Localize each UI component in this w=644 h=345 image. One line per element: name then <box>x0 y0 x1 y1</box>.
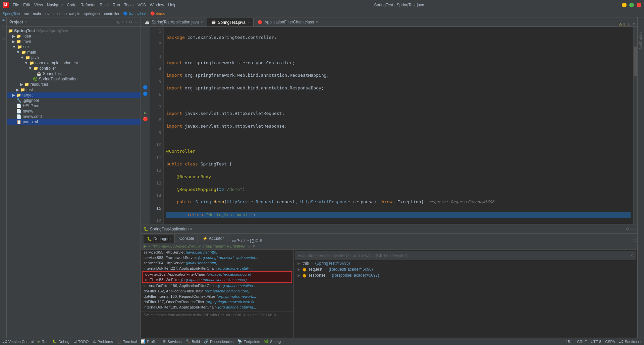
editor-scrollbar[interactable] <box>633 27 637 224</box>
tree-main[interactable]: ▼ 📁 main <box>7 50 141 55</box>
collapse-icon[interactable]: ≡ <box>122 20 124 24</box>
var-request[interactable]: ▶ ⬤ request = {RequestFacade@5696} <box>295 266 636 272</box>
status-crlf[interactable]: CRLF <box>577 340 587 344</box>
breadcrumb-src[interactable]: src <box>24 12 29 16</box>
frame-0[interactable]: service:655, HttpServlet (javax.servlet.… <box>141 250 293 255</box>
thread-expand-icon[interactable]: ▼ <box>252 244 256 248</box>
tree-helpmd[interactable]: 📄 HELP.md <box>7 103 141 109</box>
breadcrumb-com[interactable]: com <box>55 12 62 16</box>
scroll-bottom-icon[interactable]: ▼ <box>632 22 636 26</box>
tree-test[interactable]: ▶ 📁 test <box>7 87 141 92</box>
evaluate-icon[interactable]: ∑ <box>252 238 255 243</box>
var-response[interactable]: ▶ ⬤ response = {ResponseFacade@5697} <box>295 272 636 278</box>
resume-icon[interactable]: ▶ <box>144 244 147 249</box>
menu-code[interactable]: Code <box>67 3 76 7</box>
breadcrumb-demo[interactable]: 🔴 demo <box>150 11 165 16</box>
breadcrumb-springtest2[interactable]: springtest <box>84 12 100 16</box>
breadcrumb-java[interactable]: java <box>45 12 52 16</box>
menu-refactor[interactable]: Refactor <box>80 3 96 7</box>
status-cursor[interactable]: 15:1 <box>566 340 573 344</box>
structure-icon[interactable]: S <box>1 38 5 40</box>
var-this[interactable]: ▶ this = {SpringTest@5695} <box>295 260 636 266</box>
frame-7[interactable]: doFilter:162, ApplicationFilterChain (or… <box>141 288 293 294</box>
tree-controller[interactable]: ▼ 📁 controller <box>7 66 141 71</box>
expand-debug-icon[interactable]: ⬡ <box>633 238 636 243</box>
close-tab-active-icon[interactable]: × <box>248 20 250 24</box>
status-todo[interactable]: ☑ TODO <box>73 339 89 344</box>
tree-src[interactable]: ▼ 📁 src <box>7 44 141 50</box>
step-into-icon[interactable]: ↓ <box>240 238 243 243</box>
tab-springtestapplication[interactable]: ☕ SpringTestApplication.java × <box>141 18 207 26</box>
frame-5[interactable]: doFilter:53, WsFilter (org.apache.tomcat… <box>143 277 291 282</box>
frame-6[interactable]: internalDoFilter:189, ApplicationFilterC… <box>141 283 293 288</box>
tab-springtest[interactable]: ☕ SpringTest.java × <box>207 18 254 26</box>
close-tab-class-icon[interactable]: × <box>316 20 318 24</box>
tree-com-example[interactable]: ▼ 📁 com.example.springtest <box>7 60 141 66</box>
menu-build[interactable]: Build <box>100 3 109 7</box>
close-tab-icon[interactable]: × <box>201 20 203 24</box>
settings-icon[interactable]: ⚙ <box>129 20 132 24</box>
menu-tools[interactable]: Tools <box>124 3 133 7</box>
minimize-button[interactable] <box>622 3 627 7</box>
status-problems[interactable]: ⚠ Problems <box>93 339 113 344</box>
frame-3[interactable]: internalDoFilter:227, ApplicationFilterC… <box>141 266 293 271</box>
status-debug[interactable]: 🐛 Debug <box>52 339 69 344</box>
tree-gitignore[interactable]: 🔧 .gitignore <box>7 98 141 103</box>
breadcrumb-controller[interactable]: controller <box>104 12 119 16</box>
notifications-label[interactable]: Notifications <box>639 31 643 49</box>
status-version-control[interactable]: ⎇ Version Control <box>3 339 34 344</box>
sort-icon[interactable]: ↕ <box>125 20 127 24</box>
scroll-top-icon[interactable]: ▲ <box>627 22 631 26</box>
expand-icon[interactable]: ▶ <box>298 261 301 266</box>
code-content[interactable]: package com.example.springtest.controlle… <box>164 27 633 224</box>
restore-icon[interactable]: ⊞ <box>259 238 263 243</box>
filter-icon[interactable]: ▽ <box>248 244 251 249</box>
tree-mvn[interactable]: ▶ 📁 .mvn <box>7 39 141 44</box>
scope-icon[interactable]: ⊞ <box>117 20 120 24</box>
status-endpoints[interactable]: 📡 Endpoints <box>237 339 260 344</box>
frame-4[interactable]: doFilter:162, ApplicationFilterChain (or… <box>143 272 291 277</box>
expand-icon[interactable]: ▶ <box>298 273 301 278</box>
step-over-icon[interactable]: ↷ <box>236 238 240 243</box>
breadcrumb-springtest-class[interactable]: 🔵 SpringTest <box>123 11 146 16</box>
tree-idea[interactable]: ▶ 📁 .idea <box>7 33 141 39</box>
menu-file[interactable]: File <box>13 3 19 7</box>
breadcrumb-example[interactable]: example <box>66 12 80 16</box>
thread-name[interactable]: *http-nio-8080-exec-2*@...in group *main… <box>153 244 245 248</box>
frame-2[interactable]: service:764, HttpServlet (javax.servlet.… <box>141 260 293 266</box>
tree-pomxml[interactable]: 📋 pom.xml <box>7 119 141 125</box>
settings-debug-icon[interactable]: ⚙ <box>626 227 629 231</box>
menu-run[interactable]: Run <box>113 3 120 7</box>
menu-view[interactable]: View <box>34 3 43 7</box>
status-branch[interactable]: ⎇ Sentiment <box>619 339 641 344</box>
frames-icon[interactable]: ⊡ <box>255 238 259 243</box>
frame-10[interactable]: internalDoFilter:189, ApplicationFilterC… <box>141 304 293 310</box>
tab-debugger[interactable]: 🐛 Debugger <box>144 234 175 243</box>
tree-target[interactable]: ▶ 📁 target <box>7 92 141 98</box>
eval-placeholder[interactable]: Evaluate expression (Enter) or add a wat… <box>298 253 407 258</box>
tree-springtest-java[interactable]: ☕ SpringTest <box>7 71 141 76</box>
debug-close-icon[interactable]: × <box>190 227 192 231</box>
status-services[interactable]: ⚙ Services <box>163 339 181 344</box>
tab-actuator[interactable]: ⚡ Actuator <box>199 234 228 243</box>
menu-window[interactable]: Window <box>150 3 164 7</box>
breadcrumb-springtest[interactable]: SpringTest <box>3 12 20 16</box>
step-out-icon[interactable]: ↑ <box>243 238 245 243</box>
status-build[interactable]: 🔨 Build <box>185 339 200 344</box>
run-to-cursor-icon[interactable]: →| <box>246 238 251 243</box>
minimize-panel-icon[interactable]: — <box>134 20 138 24</box>
minimize-debug-icon[interactable]: — <box>631 227 635 231</box>
eval-expand-icon[interactable]: ⊻ <box>630 253 633 258</box>
maximize-button[interactable] <box>629 3 634 7</box>
menu-vcs[interactable]: VCS <box>138 3 146 7</box>
status-terminal[interactable]: ⬛ Terminal <box>117 339 137 344</box>
close-button[interactable] <box>637 3 641 7</box>
tree-java-folder[interactable]: ▼ 📁 java <box>7 55 141 60</box>
tree-root[interactable]: 📁 SpringTest D:\java\SpringTest <box>7 28 141 33</box>
tree-mvnw[interactable]: 📄 mvnw <box>7 109 141 114</box>
tab-appfilterchain[interactable]: 🔴 ApplicationFilterChain.class × <box>254 18 322 26</box>
status-spring[interactable]: 🌿 Spring <box>264 339 281 344</box>
tree-springtestapplication[interactable]: 🌿 SpringTestApplication <box>7 76 141 82</box>
status-dependencies[interactable]: 🔗 Dependencies <box>204 339 233 344</box>
status-indent[interactable]: CSPA <box>605 340 615 344</box>
